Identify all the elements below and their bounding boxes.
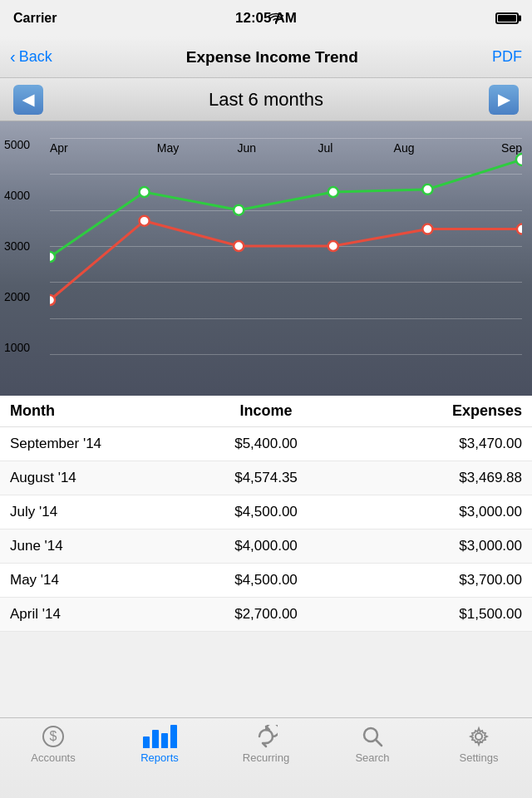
tab-accounts[interactable]: $ Accounts [0, 725, 106, 764]
back-label: Back [19, 48, 52, 66]
back-button[interactable]: ‹ Back [10, 47, 52, 66]
cell-expenses: $1,500.00 [352, 606, 522, 623]
status-bar: Carrier 12:05 AM [0, 0, 532, 37]
tab-settings-label: Settings [460, 751, 499, 764]
tab-accounts-label: Accounts [31, 751, 75, 764]
battery-icon [495, 12, 519, 24]
tab-recurring-label: Recurring [243, 751, 289, 764]
svg-line-3 [376, 740, 382, 746]
chart-container: 5000 4000 3000 2000 1000 [0, 121, 532, 396]
time-label: 12:05 AM [235, 10, 297, 27]
cell-month: April '14 [10, 606, 180, 623]
cell-month: July '14 [10, 504, 180, 520]
carrier-label: Carrier [13, 11, 57, 26]
income-dot-6 [516, 154, 522, 165]
cell-month: May '14 [10, 572, 180, 589]
table-row: June '14 $4,000.00 $3,000.00 [0, 530, 532, 564]
header-month: Month [10, 402, 180, 420]
tab-reports[interactable]: Reports [106, 725, 213, 764]
expense-dot-5 [422, 224, 432, 234]
income-dot-4 [328, 187, 338, 197]
table-row: July '14 $4,500.00 $3,000.00 [0, 495, 532, 530]
expense-line [50, 221, 522, 300]
table-row: September '14 $5,400.00 $3,470.00 [0, 427, 532, 461]
cell-income: $4,000.00 [180, 538, 351, 554]
tab-search-label: Search [355, 751, 389, 764]
chart-inner: 5000 4000 3000 2000 1000 [50, 138, 522, 371]
y-axis-labels: 5000 4000 3000 2000 1000 [4, 138, 30, 354]
cell-month: September '14 [10, 436, 180, 452]
recurring-icon [254, 725, 278, 748]
table-rows: September '14 $5,400.00 $3,470.00 August… [0, 427, 532, 632]
expense-dot-3 [234, 241, 244, 251]
expense-dot-1 [50, 295, 55, 305]
y-label-3000: 3000 [4, 239, 30, 253]
y-label-4000: 4000 [4, 189, 30, 202]
tab-recurring[interactable]: Recurring [213, 725, 319, 764]
cell-expenses: $3,700.00 [352, 572, 522, 589]
cell-month: August '14 [10, 470, 180, 486]
pdf-button[interactable]: PDF [492, 48, 522, 66]
right-arrow-icon: ▶ [498, 91, 510, 109]
expense-dot-2 [140, 216, 150, 226]
svg-text:$: $ [50, 729, 57, 743]
cell-month: June '14 [10, 538, 180, 554]
period-selector: ◀ Last 6 months ▶ [0, 78, 532, 121]
data-table: Month Income Expenses September '14 $5,4… [0, 396, 532, 632]
header-income: Income [180, 402, 351, 420]
cell-income: $4,500.00 [180, 504, 351, 520]
cell-expenses: $3,470.00 [352, 436, 522, 452]
dollar-icon: $ [42, 725, 65, 748]
tab-settings[interactable]: Settings [426, 725, 532, 764]
cell-income: $4,500.00 [180, 572, 351, 589]
gear-icon [467, 725, 490, 748]
table-header: Month Income Expenses [0, 396, 532, 427]
tab-search[interactable]: Search [319, 725, 426, 764]
cell-income: $4,574.35 [180, 470, 351, 486]
expense-dot-6 [517, 224, 522, 234]
period-label: Last 6 months [209, 89, 323, 111]
svg-point-4 [475, 733, 482, 740]
header-expenses: Expenses [352, 402, 522, 420]
cell-income: $5,400.00 [180, 436, 351, 452]
cell-income: $2,700.00 [180, 606, 351, 623]
tab-reports-label: Reports [140, 751, 179, 764]
cell-expenses: $3,000.00 [352, 538, 522, 554]
income-dot-1 [50, 252, 55, 262]
y-label-2000: 2000 [4, 290, 30, 303]
page-title: Expense Income Trend [186, 48, 358, 66]
cell-expenses: $3,469.88 [352, 470, 522, 486]
nav-bar: ‹ Back Expense Income Trend PDF [0, 37, 532, 78]
table-row: August '14 $4,574.35 $3,469.88 [0, 461, 532, 495]
chart-svg [50, 138, 522, 354]
period-next-button[interactable]: ▶ [489, 85, 519, 115]
back-chevron-icon: ‹ [10, 47, 16, 66]
bar-chart-icon [143, 725, 177, 748]
y-label-5000: 5000 [4, 138, 30, 151]
main-content: ◀ Last 6 months ▶ 5000 4000 3000 2000 10… [0, 78, 532, 717]
table-row: May '14 $4,500.00 $3,700.00 [0, 564, 532, 598]
income-dot-5 [422, 185, 432, 195]
y-label-1000: 1000 [4, 341, 30, 354]
search-icon [361, 725, 384, 748]
left-arrow-icon: ◀ [22, 91, 34, 109]
expense-dot-4 [328, 241, 338, 251]
table-row: April '14 $2,700.00 $1,500.00 [0, 598, 532, 632]
period-prev-button[interactable]: ◀ [13, 85, 43, 115]
income-dot-2 [140, 187, 150, 197]
income-dot-3 [234, 205, 244, 215]
tab-bar: $ Accounts Reports Recurring Search [0, 717, 532, 798]
cell-expenses: $3,000.00 [352, 504, 522, 520]
